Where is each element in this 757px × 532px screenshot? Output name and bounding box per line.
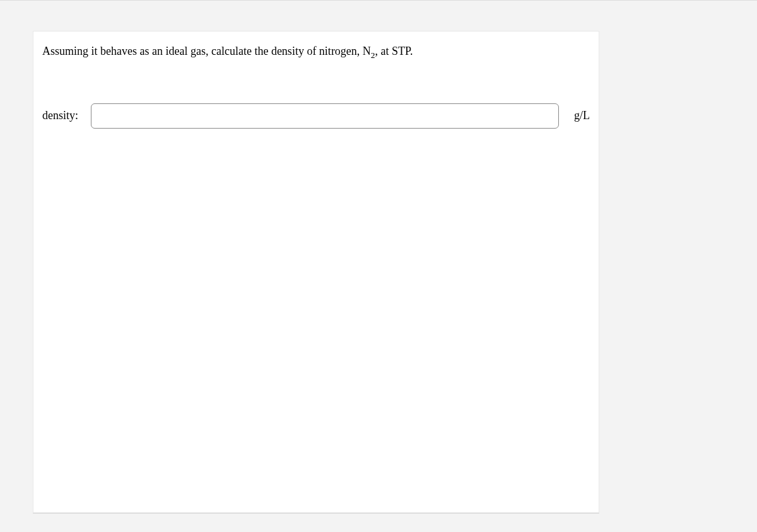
question-subscript: 2 xyxy=(371,50,375,60)
density-input[interactable] xyxy=(91,103,559,129)
question-prefix: Assuming it behaves as an ideal gas, cal… xyxy=(42,45,371,57)
answer-row: density: g/L xyxy=(42,103,590,129)
question-card: Assuming it behaves as an ideal gas, cal… xyxy=(33,31,599,514)
answer-label: density: xyxy=(42,109,78,122)
question-suffix: , at STP. xyxy=(375,45,413,57)
answer-unit: g/L xyxy=(574,109,590,122)
question-text: Assuming it behaves as an ideal gas, cal… xyxy=(42,43,590,62)
